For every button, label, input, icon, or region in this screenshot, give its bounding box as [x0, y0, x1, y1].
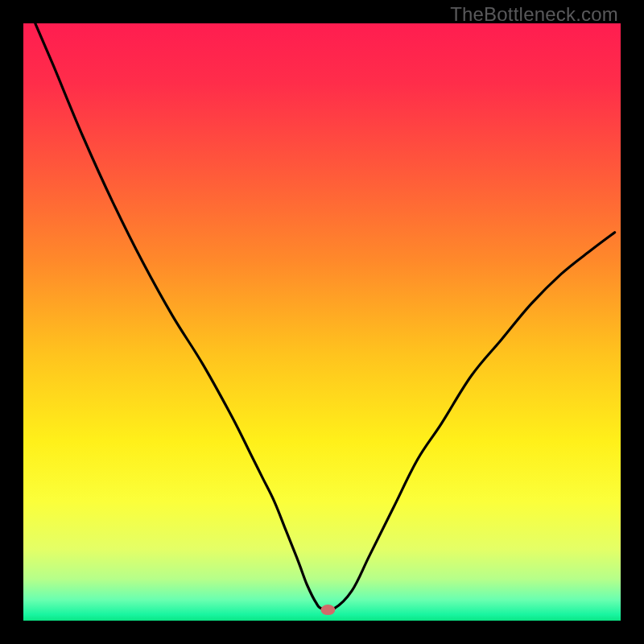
chart-frame: TheBottleneck.com — [0, 0, 644, 644]
watermark-label: TheBottleneck.com — [450, 3, 618, 26]
gradient-background — [23, 23, 621, 621]
optimum-marker — [320, 605, 335, 615]
bottleneck-chart — [23, 23, 621, 621]
